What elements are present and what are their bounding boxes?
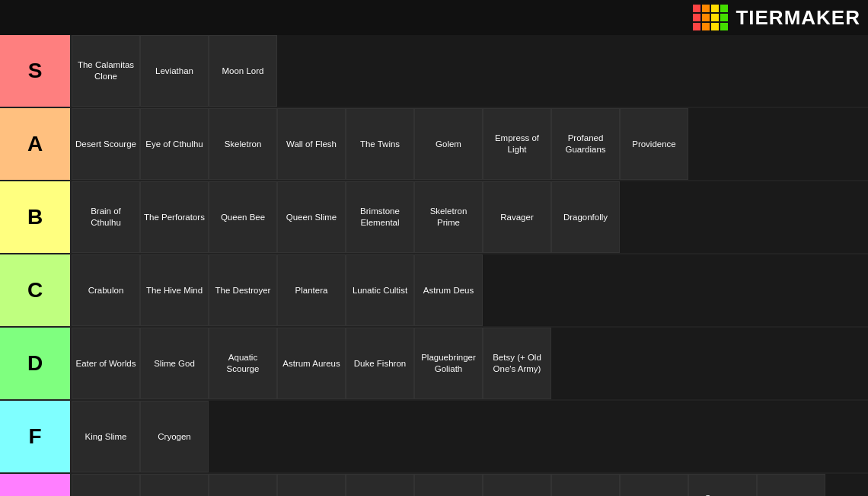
logo-dot [711, 14, 719, 21]
tier-item[interactable]: Exo Mechs [620, 474, 688, 496]
tier-item[interactable]: Signus [277, 474, 346, 496]
tier-item[interactable]: Wall of Flesh [277, 108, 346, 180]
tier-items-a: Desert ScourgeEye of CthulhuSkeletronWal… [72, 108, 868, 180]
logo-dot [702, 23, 710, 30]
tier-item[interactable]: Deerclops [72, 474, 140, 496]
tier-label-b: B [0, 181, 72, 253]
tier-row-s: SThe Calamitas CloneLeviathanMoon Lord [0, 35, 868, 108]
tier-items-f: King SlimeCryogen [72, 401, 868, 472]
tier-item[interactable]: Moon Lord [209, 35, 277, 107]
logo-dot [720, 23, 728, 30]
tier-item[interactable]: Queen Slime [277, 181, 346, 253]
logo-dot [720, 14, 728, 21]
tier-item[interactable]: Ravager [483, 181, 551, 253]
tier-item[interactable]: Supreme Witch, Calamitas [688, 474, 757, 496]
tier-item[interactable]: Aquatic Scourge [209, 328, 277, 399]
logo-dot [693, 5, 700, 12]
tier-item[interactable]: Yharon [551, 474, 620, 496]
tier-item[interactable]: The Hive Mind [140, 254, 209, 326]
logo-dot [693, 14, 700, 21]
logo-dot [702, 14, 710, 21]
tier-item[interactable]: Storm Weaver [209, 474, 277, 496]
tier-row-d: DEater of WorldsSlime GodAquatic Scourge… [0, 328, 868, 401]
tier-items-b: Brain of CthulhuThe PerforatorsQueen Bee… [72, 181, 868, 253]
tier-item[interactable]: The Destroyer [209, 254, 277, 326]
tier-item[interactable]: Old Duke [414, 474, 483, 496]
tier-item[interactable]: The Calamitas Clone [72, 35, 140, 107]
tier-item[interactable]: Duke Fishron [346, 328, 414, 399]
tier-row-n: Noch nie gemachtDeerclopsCeaseless VoidS… [0, 474, 868, 496]
tier-item[interactable]: Eye of Cthulhu [140, 108, 209, 180]
logo-dot [720, 5, 728, 12]
tier-item[interactable]: Astrum Deus [414, 254, 483, 326]
tier-item[interactable]: Crabulon [72, 254, 140, 326]
logo-grid [693, 5, 728, 30]
tier-item[interactable]: Boss Rush [757, 474, 825, 496]
tier-item[interactable]: Leviathan [140, 35, 209, 107]
tier-item[interactable]: Plaguebringer Goliath [414, 328, 483, 399]
tier-item[interactable]: Slime God [140, 328, 209, 399]
tier-item[interactable]: Astrum Aureus [277, 328, 346, 399]
tier-label-c: C [0, 254, 72, 326]
tier-item[interactable]: Desert Scourge [72, 108, 140, 180]
tier-item[interactable]: Plantera [277, 254, 346, 326]
tier-item[interactable]: Eater of Worlds [72, 328, 140, 399]
tier-row-c: CCrabulonThe Hive MindThe DestroyerPlant… [0, 254, 868, 328]
logo-dot [711, 5, 719, 12]
tier-item[interactable]: Ceaseless Void [140, 474, 209, 496]
tier-item[interactable]: Cryogen [140, 401, 209, 472]
tier-item[interactable]: Golem [414, 108, 483, 180]
tier-item[interactable]: Skeletron [209, 108, 277, 180]
tier-item[interactable]: Lunatic Cultist [346, 254, 414, 326]
logo-dot [711, 23, 719, 30]
tier-item[interactable]: Profaned Guardians [551, 108, 620, 180]
tier-item[interactable]: Providence [620, 108, 688, 180]
tier-item[interactable]: Empress of Light [483, 108, 551, 180]
tier-item[interactable]: The Perforators [140, 181, 209, 253]
tier-item[interactable]: Betsy (+ Old One's Army) [483, 328, 551, 399]
tier-table: SThe Calamitas CloneLeviathanMoon LordAD… [0, 35, 868, 496]
tier-item[interactable]: Dragonfolly [551, 181, 620, 253]
tier-item[interactable]: Queen Bee [209, 181, 277, 253]
tier-items-c: CrabulonThe Hive MindThe DestroyerPlante… [72, 254, 868, 326]
logo-text: TiERMAKER [736, 6, 860, 30]
logo-dot [693, 23, 700, 30]
tier-item[interactable]: Skeletron Prime [414, 181, 483, 253]
tier-item[interactable]: The Twins [346, 108, 414, 180]
tier-label-f: F [0, 401, 72, 472]
tier-item[interactable]: Devourer of Gods [483, 474, 551, 496]
tier-label-d: D [0, 328, 72, 399]
tier-items-n: DeerclopsCeaseless VoidStorm WeaverSignu… [72, 474, 868, 496]
tier-label-s: S [0, 35, 72, 107]
tier-item[interactable]: King Slime [72, 401, 140, 472]
tier-item[interactable]: Brimstone Elemental [346, 181, 414, 253]
tier-item[interactable]: Brain of Cthulhu [72, 181, 140, 253]
tier-label-n: Noch nie gemacht [0, 474, 72, 496]
tier-label-a: A [0, 108, 72, 180]
tier-items-s: The Calamitas CloneLeviathanMoon Lord [72, 35, 868, 107]
logo-dot [702, 5, 710, 12]
tier-items-d: Eater of WorldsSlime GodAquatic ScourgeA… [72, 328, 868, 399]
tier-row-b: BBrain of CthulhuThe PerforatorsQueen Be… [0, 181, 868, 254]
tier-item[interactable]: Polterghast [346, 474, 414, 496]
tier-row-a: ADesert ScourgeEye of CthulhuSkeletronWa… [0, 108, 868, 181]
logo-bar: TiERMAKER [0, 0, 868, 35]
tier-row-f: FKing SlimeCryogen [0, 401, 868, 474]
